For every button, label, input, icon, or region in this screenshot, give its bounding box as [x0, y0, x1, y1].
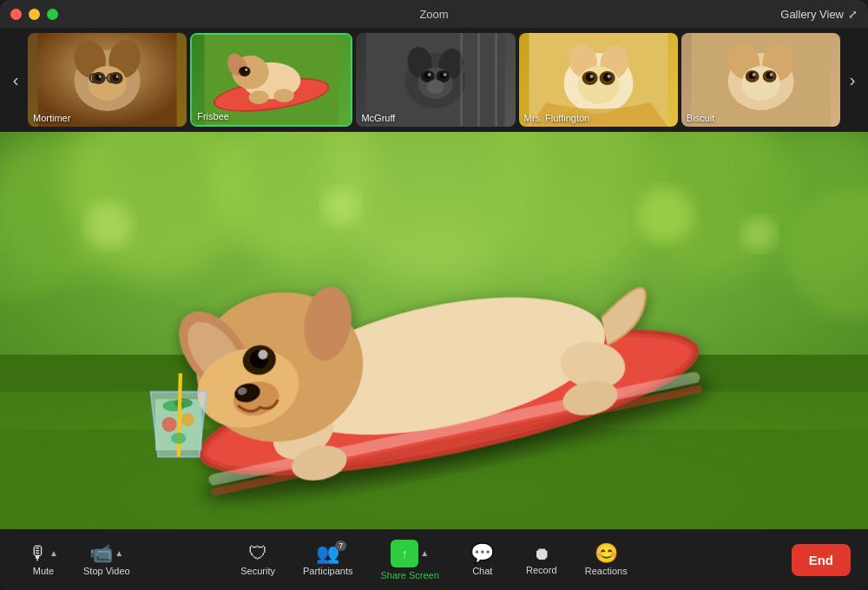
chat-icon: 💬: [470, 544, 494, 563]
participant-thumb-biscuit[interactable]: Biscuit: [681, 33, 840, 127]
security-button[interactable]: 🛡 Security: [230, 541, 286, 580]
participants-row: Mortimer: [28, 28, 840, 132]
participant-name-biscuit: Biscuit: [687, 113, 714, 123]
gallery-view-label: Gallery View: [780, 8, 844, 21]
mute-button[interactable]: 🎙 ▲ Mute: [17, 541, 69, 580]
app-title: Zoom: [419, 8, 448, 21]
strip-nav-left[interactable]: ‹: [3, 28, 28, 132]
participants-label: Participants: [303, 566, 352, 576]
svg-point-62: [752, 73, 755, 76]
svg-point-24: [245, 69, 247, 71]
video-camera-icon: 📹: [89, 544, 113, 563]
toolbar-center: 🛡 Security 👥 7 Participants ↑ ▲ Share Sc…: [230, 536, 637, 584]
svg-point-36: [428, 73, 431, 76]
participant-thumb-mortimer[interactable]: Mortimer: [28, 33, 187, 127]
participant-thumb-mrs-fluffington[interactable]: Mrs. Fluffington: [519, 33, 678, 127]
participants-icon-group: 👥 7: [316, 544, 339, 563]
strip-nav-right[interactable]: ›: [840, 28, 865, 132]
svg-point-26: [274, 89, 294, 102]
toolbar-right: End: [792, 544, 851, 576]
stop-video-label: Stop Video: [83, 566, 130, 576]
svg-point-75: [86, 201, 133, 248]
share-screen-button[interactable]: ↑ ▲ Share Screen: [371, 536, 450, 584]
window-controls: [10, 9, 58, 20]
svg-point-63: [769, 73, 773, 76]
svg-point-37: [444, 73, 447, 76]
record-label: Record: [526, 565, 556, 575]
minimize-button[interactable]: [29, 9, 40, 20]
participant-name-frisbee: Frisbee: [197, 111, 229, 121]
svg-point-57: [741, 66, 779, 101]
svg-line-107: [179, 373, 181, 456]
svg-point-76: [323, 187, 360, 225]
share-screen-icon-group: ↑ ▲: [391, 540, 429, 567]
toolbar: 🎙 ▲ Mute 📹 ▲ Stop Video 🛡 Security 👥 7: [0, 529, 868, 590]
reactions-icon: 😊: [595, 544, 618, 563]
right-arrow-icon: ›: [850, 70, 856, 90]
svg-point-4: [89, 66, 127, 101]
svg-point-25: [249, 91, 269, 104]
participant-name-mortimer: Mortimer: [33, 113, 70, 123]
reactions-button[interactable]: 😊 Reactions: [575, 541, 638, 580]
mute-icon-group: 🎙 ▲: [29, 544, 58, 563]
svg-point-46: [577, 66, 619, 104]
svg-point-110: [171, 433, 186, 444]
svg-point-106: [174, 398, 192, 408]
reactions-label: Reactions: [585, 566, 628, 576]
svg-point-52: [607, 75, 610, 78]
shield-icon: 🛡: [248, 544, 267, 563]
participants-button[interactable]: 👥 7 Participants: [293, 541, 363, 580]
titlebar: Zoom Gallery View ⤢: [0, 0, 868, 28]
svg-point-51: [589, 75, 593, 78]
end-button[interactable]: End: [792, 544, 851, 576]
svg-point-38: [427, 80, 444, 94]
record-button[interactable]: ⏺ Record: [516, 541, 568, 579]
share-screen-label: Share Screen: [381, 570, 439, 580]
record-icon: ⏺: [533, 545, 550, 562]
toolbar-left: 🎙 ▲ Mute 📹 ▲ Stop Video: [17, 541, 141, 580]
participant-name-mcgruff: McGruff: [361, 113, 395, 123]
left-arrow-icon: ‹: [13, 70, 19, 90]
svg-point-108: [161, 417, 176, 432]
share-screen-icon: ↑: [391, 540, 418, 567]
expand-icon: ⤢: [848, 8, 858, 21]
svg-point-78: [742, 217, 776, 251]
svg-point-77: [638, 187, 694, 243]
security-label: Security: [240, 566, 275, 576]
gallery-view-button[interactable]: Gallery View ⤢: [780, 8, 858, 21]
close-button[interactable]: [10, 9, 22, 20]
participant-thumb-frisbee[interactable]: Frisbee: [190, 33, 352, 127]
mute-label: Mute: [33, 566, 54, 576]
main-content: ‹: [0, 28, 868, 529]
main-video: [0, 132, 868, 529]
svg-point-109: [181, 413, 194, 426]
participant-thumb-mcgruff[interactable]: McGruff: [356, 33, 515, 127]
chat-button[interactable]: 💬 Chat: [457, 541, 509, 580]
video-icon-group: 📹 ▲: [89, 544, 123, 563]
participants-count-badge: 7: [335, 541, 346, 551]
chat-label: Chat: [472, 566, 492, 576]
participant-strip: ‹: [0, 28, 868, 132]
maximize-button[interactable]: [47, 9, 58, 20]
stop-video-button[interactable]: 📹 ▲ Stop Video: [73, 541, 141, 580]
participant-name-mrs-fluffington: Mrs. Fluffington: [524, 113, 590, 123]
microphone-icon: 🎙: [29, 544, 48, 563]
